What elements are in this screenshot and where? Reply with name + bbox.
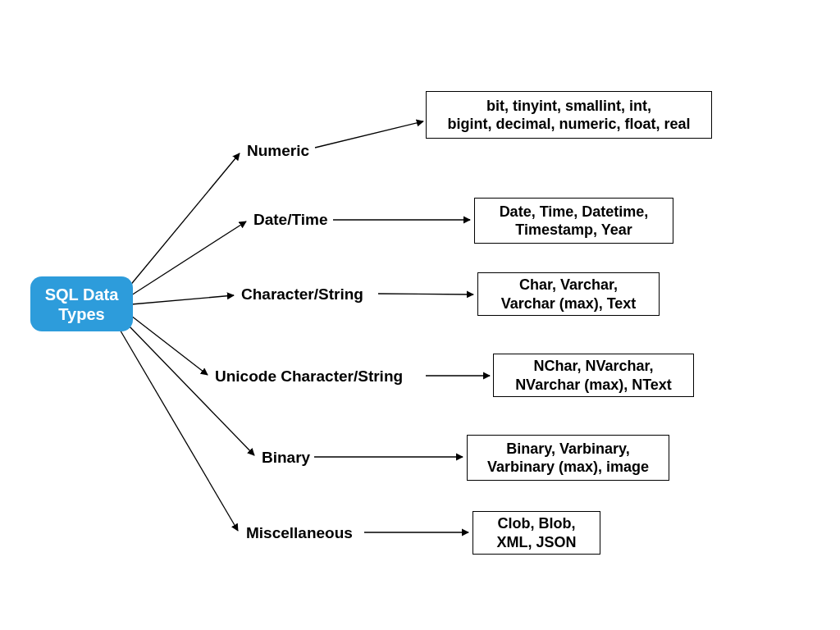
category-label-binary: Binary xyxy=(262,449,310,467)
type-text: Binary, Varbinary, Varbinary (max), imag… xyxy=(487,440,649,477)
svg-line-6 xyxy=(315,121,423,148)
category-label-miscellaneous: Miscellaneous xyxy=(246,524,353,542)
svg-line-2 xyxy=(131,295,234,304)
type-text: NChar, NVarchar, NVarchar (max), NText xyxy=(515,357,672,394)
type-text: Char, Varchar, Varchar (max), Text xyxy=(501,276,637,313)
svg-line-1 xyxy=(131,221,246,295)
type-box-date-time: Date, Time, Datetime, Timestamp, Year xyxy=(474,198,673,244)
type-box-binary: Binary, Varbinary, Varbinary (max), imag… xyxy=(467,435,669,481)
type-text: bit, tinyint, smallint, int, bigint, dec… xyxy=(447,97,690,134)
category-label-character-string: Character/String xyxy=(241,285,363,304)
type-box-character-string: Char, Varchar, Varchar (max), Text xyxy=(477,272,660,316)
type-text: Date, Time, Datetime, Timestamp, Year xyxy=(500,203,649,240)
svg-line-4 xyxy=(127,324,254,455)
cat-text: Unicode Character/String xyxy=(215,368,403,385)
svg-line-0 xyxy=(129,153,240,287)
category-label-unicode-character-string: Unicode Character/String xyxy=(215,368,403,386)
category-label-date-time: Date/Time xyxy=(253,211,327,229)
cat-text: Date/Time xyxy=(253,211,327,228)
svg-line-8 xyxy=(378,294,473,294)
svg-line-5 xyxy=(119,328,238,531)
cat-text: Miscellaneous xyxy=(246,524,353,541)
cat-text: Binary xyxy=(262,449,310,466)
cat-text: Numeric xyxy=(247,142,309,159)
svg-line-3 xyxy=(131,316,208,375)
type-box-miscellaneous: Clob, Blob, XML, JSON xyxy=(472,511,600,555)
type-box-numeric: bit, tinyint, smallint, int, bigint, dec… xyxy=(426,91,712,139)
cat-text: Character/String xyxy=(241,285,363,303)
root-node-sql-data-types: SQL Data Types xyxy=(30,276,133,331)
type-text: Clob, Blob, XML, JSON xyxy=(496,514,576,551)
type-box-unicode-character-string: NChar, NVarchar, NVarchar (max), NText xyxy=(493,354,694,397)
category-label-numeric: Numeric xyxy=(247,142,309,160)
root-label: SQL Data Types xyxy=(45,285,119,324)
